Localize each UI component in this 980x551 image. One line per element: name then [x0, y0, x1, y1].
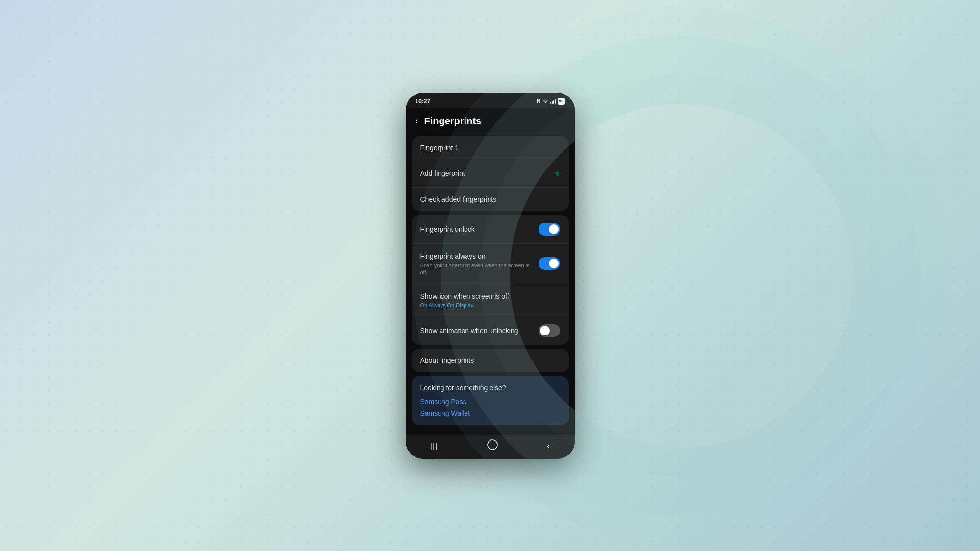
back-button[interactable]: ‹: [414, 114, 420, 128]
fingerprint-1-label: Fingerprint 1: [420, 144, 459, 152]
show-icon-item[interactable]: Show icon when screen is off On Always O…: [412, 284, 569, 316]
battery-icon: 92: [558, 98, 565, 105]
add-fingerprint-label: Add fingerprint: [420, 169, 465, 177]
fingerprint-unlock-label: Fingerprint unlock: [420, 225, 475, 233]
recent-apps-button[interactable]: |||: [420, 438, 447, 455]
status-time: 10:27: [416, 98, 431, 105]
fingerprint-1-item[interactable]: Fingerprint 1: [412, 136, 569, 160]
show-animation-item[interactable]: Show animation when unlocking: [412, 316, 569, 345]
show-icon-label: Show icon when screen is off: [420, 292, 560, 301]
add-fingerprint-icon: +: [554, 168, 560, 179]
fingerprint-always-on-sub: Scan your fingerprint even when the scre…: [420, 262, 533, 276]
show-animation-toggle[interactable]: [539, 324, 560, 337]
fingerprint-unlock-item[interactable]: Fingerprint unlock: [412, 215, 569, 244]
nav-bar: ||| ‹: [406, 435, 575, 459]
looking-card: Looking for something else? Samsung Pass…: [412, 376, 569, 425]
fingerprint-always-on-item[interactable]: Fingerprint always on Scan your fingerpr…: [412, 244, 569, 285]
wifi-icon: [542, 98, 548, 104]
signal-icon: [550, 99, 556, 104]
svg-point-0: [488, 440, 497, 450]
about-fingerprints-label: About fingerprints: [420, 357, 474, 364]
home-button[interactable]: [477, 435, 508, 456]
toggle-thumb-fp-unlock: [549, 224, 559, 234]
status-bar: 10:27 N 92: [406, 93, 575, 108]
fingerprint-always-on-label: Fingerprint always on: [420, 252, 533, 261]
back-nav-button[interactable]: ‹: [537, 437, 560, 455]
fingerprint-always-on-toggle[interactable]: [539, 257, 560, 270]
page-header: ‹ Fingerprints: [406, 108, 575, 136]
fingerprint-always-on-text: Fingerprint always on Scan your fingerpr…: [420, 252, 533, 276]
toggle-thumb-always-on: [549, 259, 559, 268]
status-icons: N 92: [537, 98, 564, 105]
looking-title: Looking for something else?: [420, 384, 560, 392]
fingerprint-list-card: Fingerprint 1 Add fingerprint + Check ad…: [412, 136, 569, 211]
show-icon-sub: On Always On Display: [420, 302, 560, 308]
show-animation-label: Show animation when unlocking: [420, 327, 518, 335]
about-fingerprints-item[interactable]: About fingerprints: [412, 349, 569, 372]
nfc-icon: N: [537, 98, 540, 104]
toggle-thumb-anim: [540, 326, 550, 335]
samsung-wallet-link[interactable]: Samsung Wallet: [420, 409, 560, 417]
phone-frame: 10:27 N 92 ‹ Fingerprints: [406, 93, 575, 459]
settings-content: ‹ Fingerprints Fingerprint 1 Add fingerp…: [406, 108, 575, 435]
check-fingerprints-label: Check added fingerprints: [420, 195, 497, 203]
check-fingerprints-item[interactable]: Check added fingerprints: [412, 188, 569, 211]
show-icon-text: Show icon when screen is off On Always O…: [420, 292, 560, 308]
add-fingerprint-item[interactable]: Add fingerprint +: [412, 160, 569, 188]
fingerprint-settings-card: Fingerprint unlock Fingerprint always on…: [412, 215, 569, 345]
page-title: Fingerprints: [424, 116, 482, 127]
about-fingerprints-card[interactable]: About fingerprints: [412, 349, 569, 372]
samsung-pass-link[interactable]: Samsung Pass: [420, 398, 560, 406]
fingerprint-unlock-toggle[interactable]: [539, 223, 560, 236]
